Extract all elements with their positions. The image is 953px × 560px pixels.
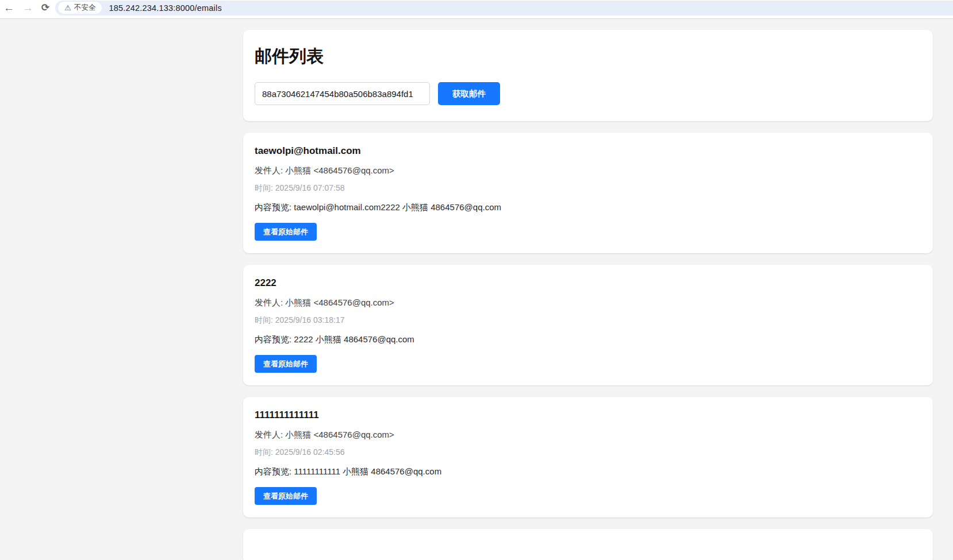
email-subject: 2222 xyxy=(255,277,921,289)
browser-toolbar: ← → ⟳ ⚠ 不安全 185.242.234.133:8000/emails xyxy=(0,0,953,16)
email-card-partial xyxy=(243,529,933,560)
preview-label: 内容预览: xyxy=(255,466,291,476)
reload-icon[interactable]: ⟳ xyxy=(41,3,49,13)
nav-buttons: ← → ⟳ xyxy=(0,2,55,13)
sender-label: 发件人: xyxy=(255,165,283,175)
email-time-line: 时间: 2025/9/16 03:18:17 xyxy=(255,315,921,326)
sender-label: 发件人: xyxy=(255,298,283,307)
email-preview-line: 内容预览: taewolpi@hotmail.com2222 小熊猫 48645… xyxy=(255,202,921,213)
email-sender-line: 发件人: 小熊猫 <4864576@qq.com> xyxy=(255,165,921,176)
header-card: 邮件列表 获取邮件 xyxy=(243,30,933,121)
email-card: taewolpi@hotmail.com 发件人: 小熊猫 <4864576@q… xyxy=(243,133,933,253)
view-raw-email-button[interactable]: 查看原始邮件 xyxy=(255,223,317,241)
email-card: 1111111111111 发件人: 小熊猫 <4864576@qq.com> … xyxy=(243,397,933,517)
forward-icon: → xyxy=(22,2,33,13)
sender-value: 小熊猫 <4864576@qq.com> xyxy=(285,298,394,307)
sender-value: 小熊猫 <4864576@qq.com> xyxy=(285,165,394,175)
address-bar[interactable]: ⚠ 不安全 185.242.234.133:8000/emails xyxy=(55,1,953,16)
warning-icon: ⚠ xyxy=(64,3,71,12)
email-card: 2222 发件人: 小熊猫 <4864576@qq.com> 时间: 2025/… xyxy=(243,265,933,385)
time-label: 时间: xyxy=(255,315,273,325)
page-body: 邮件列表 获取邮件 taewolpi@hotmail.com 发件人: 小熊猫 … xyxy=(0,19,953,560)
content-container: 邮件列表 获取邮件 taewolpi@hotmail.com 发件人: 小熊猫 … xyxy=(243,30,933,560)
sender-label: 发件人: xyxy=(255,430,283,439)
preview-label: 内容预览: xyxy=(255,202,291,212)
sender-value: 小熊猫 <4864576@qq.com> xyxy=(285,430,394,439)
time-label: 时间: xyxy=(255,447,273,457)
email-time-line: 时间: 2025/9/16 07:07:58 xyxy=(255,183,921,194)
preview-label: 内容预览: xyxy=(255,334,291,344)
time-label: 时间: xyxy=(255,183,273,192)
time-value: 2025/9/16 03:18:17 xyxy=(275,315,345,325)
back-icon[interactable]: ← xyxy=(3,2,14,13)
url-text: 185.242.234.133:8000/emails xyxy=(109,3,221,13)
email-preview-line: 内容预览: 11111111111 小熊猫 4864576@qq.com xyxy=(255,466,921,477)
security-badge[interactable]: ⚠ 不安全 xyxy=(58,2,102,14)
time-value: 2025/9/16 07:07:58 xyxy=(275,183,345,192)
view-raw-email-button[interactable]: 查看原始邮件 xyxy=(255,355,317,373)
preview-value: 2222 小熊猫 4864576@qq.com xyxy=(294,334,414,344)
security-badge-label: 不安全 xyxy=(74,3,96,13)
preview-value: 11111111111 小熊猫 4864576@qq.com xyxy=(294,466,441,476)
fetch-row: 获取邮件 xyxy=(255,82,921,105)
token-input[interactable] xyxy=(255,82,430,105)
email-sender-line: 发件人: 小熊猫 <4864576@qq.com> xyxy=(255,298,921,308)
email-subject: taewolpi@hotmail.com xyxy=(255,145,921,157)
email-time-line: 时间: 2025/9/16 02:45:56 xyxy=(255,447,921,458)
email-subject: 1111111111111 xyxy=(255,410,921,421)
time-value: 2025/9/16 02:45:56 xyxy=(275,447,345,457)
email-sender-line: 发件人: 小熊猫 <4864576@qq.com> xyxy=(255,430,921,441)
page-title: 邮件列表 xyxy=(255,45,921,68)
preview-value: taewolpi@hotmail.com2222 小熊猫 4864576@qq.… xyxy=(294,202,501,212)
fetch-emails-button[interactable]: 获取邮件 xyxy=(438,82,500,105)
email-preview-line: 内容预览: 2222 小熊猫 4864576@qq.com xyxy=(255,334,921,345)
email-list: taewolpi@hotmail.com 发件人: 小熊猫 <4864576@q… xyxy=(243,133,933,517)
view-raw-email-button[interactable]: 查看原始邮件 xyxy=(255,487,317,505)
